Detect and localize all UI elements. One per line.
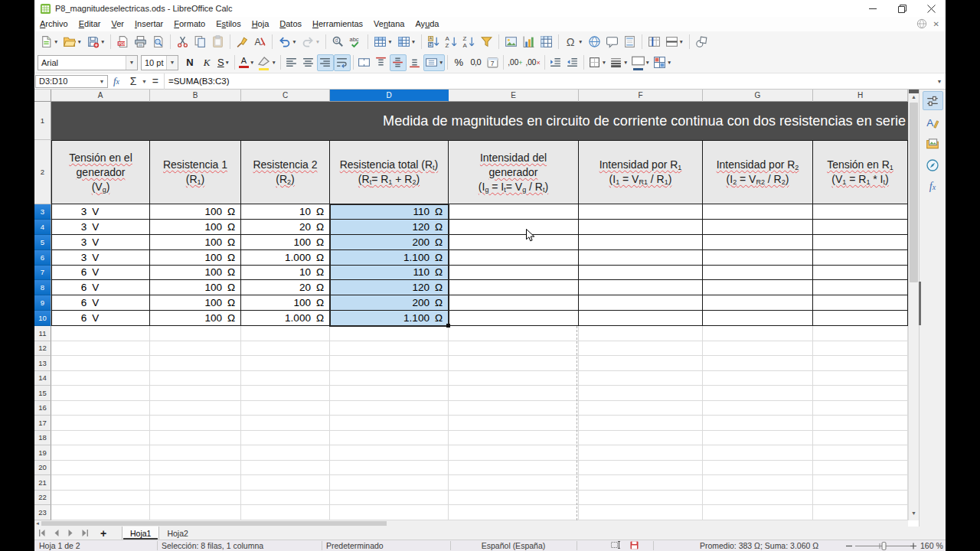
close-button[interactable] bbox=[916, 0, 946, 17]
cell-B21[interactable] bbox=[150, 475, 241, 491]
scroll-down-icon[interactable]: ▼ bbox=[909, 510, 919, 516]
cell-D9[interactable]: 200Ω bbox=[330, 295, 449, 311]
cell-H15[interactable] bbox=[813, 386, 908, 401]
cell-E8[interactable] bbox=[449, 280, 579, 295]
cell-D7[interactable]: 110Ω bbox=[330, 266, 449, 281]
cell-D10[interactable]: 1.100Ω bbox=[330, 311, 449, 326]
cell-F14[interactable] bbox=[579, 371, 703, 386]
next-sheet-icon[interactable] bbox=[64, 527, 78, 540]
row-header-21[interactable]: 21 bbox=[34, 475, 51, 491]
menu-insertar[interactable]: Insertar bbox=[129, 18, 168, 30]
cell-E14[interactable] bbox=[449, 371, 579, 386]
cell-G20[interactable] bbox=[703, 461, 813, 476]
cell-H13[interactable] bbox=[813, 356, 908, 371]
cell-E23[interactable] bbox=[449, 505, 579, 520]
name-box-dropdown-icon[interactable]: ▼ bbox=[96, 76, 107, 87]
cut-icon[interactable] bbox=[174, 34, 191, 51]
cell-C3[interactable]: 10Ω bbox=[241, 204, 330, 220]
cell-H9[interactable] bbox=[813, 295, 908, 311]
close-document-icon[interactable]: ✕ bbox=[933, 20, 939, 28]
column-header-D[interactable]: D bbox=[330, 90, 449, 102]
cell-H22[interactable] bbox=[813, 491, 908, 506]
cell-D15[interactable] bbox=[330, 386, 449, 401]
cell-A21[interactable] bbox=[51, 475, 150, 491]
cell-G23[interactable] bbox=[703, 505, 813, 520]
cell-F22[interactable] bbox=[579, 491, 703, 506]
cell-H6[interactable] bbox=[813, 250, 908, 266]
cell-F19[interactable] bbox=[579, 445, 703, 461]
cell-F5[interactable] bbox=[579, 235, 703, 250]
column-header-F[interactable]: F bbox=[579, 90, 703, 102]
delete-decimal-icon[interactable]: ,00× bbox=[524, 54, 541, 71]
redo-icon[interactable]: ▼ bbox=[299, 34, 322, 51]
cell-B10[interactable]: 100Ω bbox=[150, 311, 241, 326]
cell-D17[interactable] bbox=[330, 416, 449, 431]
scroll-up-icon[interactable]: ▲ bbox=[909, 94, 919, 99]
cell-G19[interactable] bbox=[703, 445, 813, 461]
clone-formatting-icon[interactable] bbox=[234, 34, 251, 51]
scroll-left-icon[interactable]: ◄ bbox=[35, 520, 40, 527]
align-left-icon[interactable] bbox=[283, 54, 300, 71]
cell-D20[interactable] bbox=[330, 461, 449, 476]
insert-chart-icon[interactable] bbox=[520, 34, 537, 51]
cell-D11[interactable] bbox=[330, 326, 449, 341]
borders-icon[interactable]: ▼ bbox=[586, 54, 608, 71]
function-wizard-button[interactable]: fx bbox=[108, 74, 125, 89]
cell-G3[interactable] bbox=[703, 204, 813, 220]
zoom-slider[interactable] bbox=[844, 541, 921, 551]
cell-B9[interactable]: 100Ω bbox=[150, 295, 241, 311]
cell-E6[interactable] bbox=[449, 250, 579, 266]
cell-H12[interactable] bbox=[813, 341, 908, 357]
cell-A8[interactable]: 6V bbox=[51, 280, 150, 295]
cell-G16[interactable] bbox=[703, 401, 813, 416]
selection-mode-icon[interactable] bbox=[611, 541, 621, 551]
cell-D16[interactable] bbox=[330, 401, 449, 416]
cell-C21[interactable] bbox=[241, 475, 330, 491]
cell-B19[interactable] bbox=[150, 445, 241, 461]
cell-A5[interactable]: 3V bbox=[51, 235, 150, 250]
insert-image-icon[interactable] bbox=[502, 34, 520, 51]
cell-D19[interactable] bbox=[330, 445, 449, 461]
format-date-icon[interactable]: 7 bbox=[484, 54, 501, 71]
column-header-H[interactable]: H bbox=[813, 90, 908, 102]
cell-E10[interactable] bbox=[449, 311, 579, 326]
cell-D22[interactable] bbox=[330, 491, 449, 506]
cell-A7[interactable]: 6V bbox=[51, 266, 150, 281]
cell-D6[interactable]: 1.100Ω bbox=[330, 250, 449, 266]
cell-H10[interactable] bbox=[813, 311, 908, 326]
cell-B16[interactable] bbox=[150, 401, 241, 416]
pivot-table-icon[interactable] bbox=[537, 34, 555, 51]
cell-G10[interactable] bbox=[703, 311, 813, 326]
print-icon[interactable] bbox=[132, 34, 149, 51]
cell-A3[interactable]: 3V bbox=[51, 204, 150, 220]
vertical-scrollbar[interactable]: ▲ ▼ bbox=[908, 90, 919, 520]
row-header-20[interactable]: 20 bbox=[34, 461, 51, 476]
cell-A13[interactable] bbox=[51, 356, 150, 371]
cell-A19[interactable] bbox=[51, 445, 150, 461]
center-vertically-icon[interactable] bbox=[390, 54, 407, 71]
previous-sheet-icon[interactable] bbox=[49, 527, 64, 540]
header-cell-H2[interactable]: Tensión en R1(V1 = R1 * It) bbox=[813, 140, 908, 204]
cell-G22[interactable] bbox=[703, 491, 813, 506]
cell-E12[interactable] bbox=[449, 341, 579, 357]
row-header-8[interactable]: 8 bbox=[34, 280, 51, 295]
cell-E15[interactable] bbox=[449, 386, 579, 401]
column-header-B[interactable]: B bbox=[150, 90, 241, 102]
cell-F6[interactable] bbox=[579, 250, 703, 266]
cell-E20[interactable] bbox=[449, 461, 579, 476]
row-header-7[interactable]: 7 bbox=[34, 266, 51, 281]
menu-estilos[interactable]: Estilos bbox=[211, 18, 246, 30]
equals-button[interactable]: = bbox=[147, 74, 164, 89]
cell-F20[interactable] bbox=[579, 461, 703, 476]
font-color-icon[interactable]: A▼ bbox=[237, 54, 256, 71]
expand-formula-bar-icon[interactable]: ▼ bbox=[933, 79, 946, 84]
cell-C5[interactable]: 100Ω bbox=[241, 235, 330, 250]
sheet-tab-hoja2[interactable]: Hoja2 bbox=[159, 527, 195, 540]
new-document-icon[interactable]: ▼ bbox=[38, 34, 60, 51]
cell-G15[interactable] bbox=[703, 386, 813, 401]
cell-A11[interactable] bbox=[51, 326, 150, 341]
header-cell-A2[interactable]: Tensión en elgenerador(Vg) bbox=[51, 140, 150, 204]
cell-C10[interactable]: 1.000Ω bbox=[241, 311, 330, 326]
horizontal-scrollbar[interactable]: ◄ bbox=[34, 520, 908, 527]
cell-E11[interactable] bbox=[449, 326, 579, 341]
